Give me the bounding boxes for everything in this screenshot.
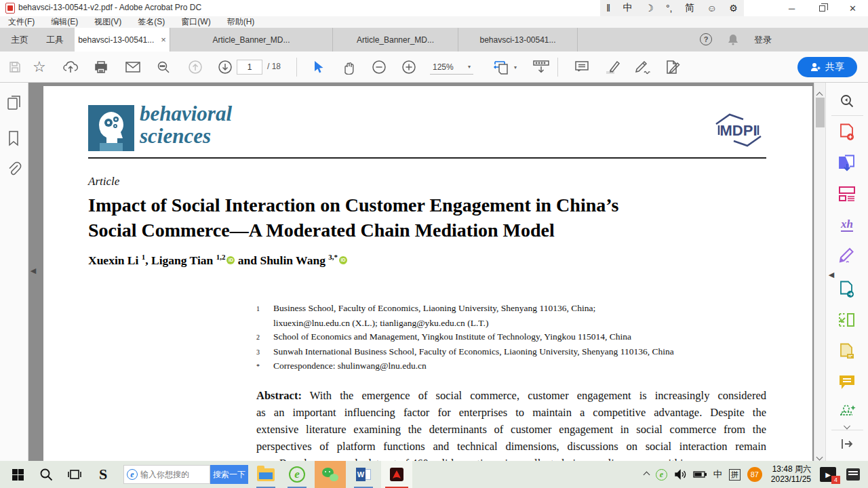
tab-home[interactable]: 主页: [3, 28, 37, 52]
scrollbar-thumb[interactable]: [816, 98, 825, 127]
hand-tool-icon[interactable]: [342, 60, 355, 75]
affiliation-row: 1Business School, Faculty of Economics, …: [256, 302, 772, 317]
ime-pinyin-indicator[interactable]: 拼: [729, 469, 741, 481]
notification-count-badge: 4: [831, 476, 840, 484]
folder-icon: [257, 468, 275, 481]
web-search-input[interactable]: e 输入你想搜的: [123, 465, 210, 484]
affiliation-row: lixuexin@lnu.edu.cn (X.L.); tianligang@y…: [256, 317, 772, 331]
vertical-scrollbar[interactable]: [814, 83, 825, 461]
crop-pages-tool-icon[interactable]: [838, 312, 856, 328]
fit-dropdown-icon[interactable]: ▾: [514, 64, 517, 70]
web-search-go-button[interactable]: 搜索一下: [210, 465, 248, 484]
close-button[interactable]: ✕: [837, 0, 868, 16]
abstract-block: Abstract: With the emergence of social c…: [256, 387, 766, 461]
menu-view[interactable]: 视图(V): [86, 16, 130, 28]
volume-icon[interactable]: [674, 469, 686, 480]
sign-tool-icon[interactable]: [635, 60, 652, 75]
ime-emoji-icon[interactable]: ☺: [707, 3, 716, 14]
fill-sign-tool-icon[interactable]: [665, 60, 681, 75]
zoom-out-icon[interactable]: [372, 60, 387, 75]
battery-icon[interactable]: [693, 470, 707, 479]
ime-simplified-icon[interactable]: 简: [685, 2, 694, 14]
zoom-in-icon[interactable]: [401, 60, 416, 75]
menu-sign[interactable]: 签名(S): [130, 16, 173, 28]
hidden-icons-chevron[interactable]: [644, 472, 649, 477]
comment-tool-rail-icon[interactable]: [838, 374, 856, 390]
orcid-icon[interactable]: iD: [226, 256, 235, 264]
cloud-upload-icon[interactable]: [63, 60, 78, 74]
battery-percent-badge[interactable]: 87: [747, 467, 762, 482]
select-tool-icon[interactable]: [312, 60, 324, 74]
send-for-review-tool-icon[interactable]: [839, 281, 855, 298]
task-view-button[interactable]: [61, 461, 88, 488]
ime-mode-icon[interactable]: 中: [623, 2, 633, 14]
doc-tab-active[interactable]: behavsci-13-00541... ×: [75, 28, 170, 52]
tab-tools[interactable]: 工具: [38, 28, 72, 52]
minimize-button[interactable]: ─: [776, 0, 807, 16]
previous-page-icon[interactable]: [188, 60, 203, 75]
ime-settings-gear-icon[interactable]: ⚙: [729, 3, 738, 14]
file-explorer-button[interactable]: [252, 461, 279, 488]
clock-time: 13:48 周六: [771, 464, 811, 474]
ime-grip-icon[interactable]: ‖: [606, 3, 610, 14]
login-button[interactable]: 登录: [754, 34, 772, 46]
ime-moon-icon[interactable]: ☽: [645, 3, 654, 14]
action-center-icon[interactable]: [846, 468, 860, 481]
fill-sign-pen-tool-icon[interactable]: [838, 247, 856, 263]
fit-width-icon[interactable]: [494, 59, 511, 75]
menu-file[interactable]: 文件(F): [0, 16, 43, 28]
attachments-paperclip-icon[interactable]: [7, 161, 22, 178]
tray-ie-icon[interactable]: e: [656, 469, 667, 481]
wechat-button[interactable]: [315, 461, 346, 488]
word-button[interactable]: W: [350, 461, 377, 488]
page-number-input[interactable]: 1: [237, 60, 262, 75]
ie-browser-button[interactable]: e: [283, 461, 311, 488]
find-tool-icon[interactable]: [840, 94, 854, 108]
restore-button[interactable]: [807, 0, 837, 16]
organize-pages-tool-icon[interactable]: [838, 186, 856, 202]
menu-help[interactable]: 帮助(H): [219, 16, 263, 28]
doc-tab-label: Article_Banner_MD...: [357, 35, 434, 45]
edit-pdf-tool-icon[interactable]: xh: [841, 218, 853, 230]
ime-language-indicator[interactable]: 中: [713, 468, 722, 481]
star-favorite-icon[interactable]: ☆: [33, 58, 46, 76]
share-button[interactable]: 共享: [797, 57, 857, 77]
page-thumbnails-icon[interactable]: [7, 95, 22, 111]
document-viewport[interactable]: behavioral sciences MDPI Article Impact …: [28, 83, 814, 461]
menu-edit[interactable]: 编辑(E): [43, 16, 86, 28]
prepare-form-tool-icon[interactable]: [839, 343, 855, 361]
export-pdf-tool-icon[interactable]: [838, 155, 856, 172]
ime-punctuation-icon[interactable]: °,: [666, 3, 673, 14]
comment-tool-icon[interactable]: [574, 60, 589, 74]
zoom-level-select[interactable]: 125% ▾: [430, 60, 473, 75]
article-type-label: Article: [88, 175, 119, 188]
sogou-input-icon[interactable]: S: [90, 461, 117, 488]
notifications-bell-icon[interactable]: [727, 33, 739, 45]
highlighter-tool-icon[interactable]: [605, 60, 621, 75]
menu-window[interactable]: 窗口(W): [173, 16, 218, 28]
taskbar-clock[interactable]: 13:48 周六 2023/11/25: [771, 464, 811, 485]
collapse-left-panel-icon[interactable]: ◀: [28, 263, 38, 278]
acrobat-button[interactable]: [381, 461, 412, 488]
media-player-tray-icon[interactable]: ▶4: [820, 467, 836, 482]
start-button[interactable]: [4, 461, 31, 488]
more-tools-stamp-icon[interactable]: [837, 403, 856, 418]
doc-tab-3[interactable]: Article_Banner_MD...: [332, 28, 458, 52]
save-icon[interactable]: [8, 60, 22, 74]
next-page-icon[interactable]: [218, 60, 233, 75]
help-button[interactable]: ?: [700, 33, 712, 45]
collapse-right-panel-icon[interactable]: ◀: [827, 267, 836, 282]
taskbar-search-button[interactable]: [33, 461, 60, 488]
tab-close-icon[interactable]: ×: [161, 35, 166, 45]
doc-tab-2[interactable]: Article_Banner_MD...: [170, 28, 332, 52]
print-icon[interactable]: [94, 60, 108, 74]
open-tools-pane-icon[interactable]: [840, 438, 854, 450]
doc-tab-4[interactable]: behavsci-13-00541...: [458, 28, 578, 52]
create-pdf-tool-icon[interactable]: [839, 123, 855, 141]
bookmarks-icon[interactable]: [7, 130, 20, 146]
task-view-icon: [68, 468, 81, 481]
page-display-icon[interactable]: [532, 60, 550, 75]
orcid-icon[interactable]: iD: [339, 256, 347, 264]
search-icon[interactable]: [157, 60, 170, 74]
email-icon[interactable]: [125, 61, 140, 73]
